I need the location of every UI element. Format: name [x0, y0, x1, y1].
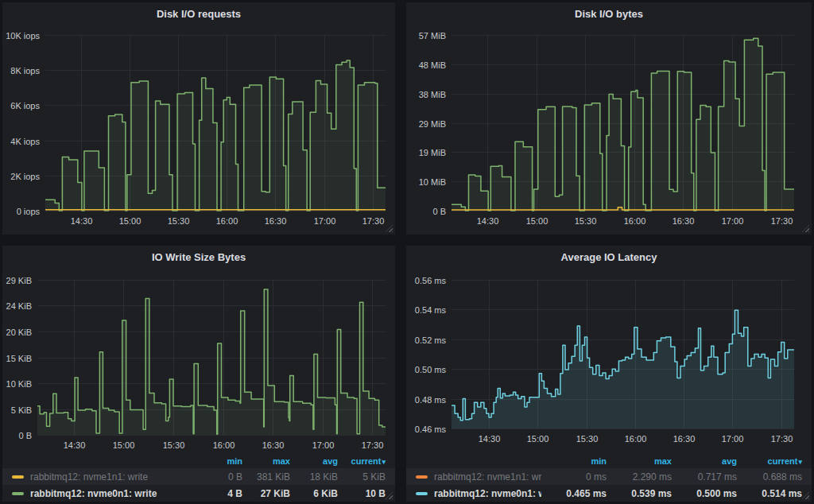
panel-title-average-io-latency[interactable]: Average IO Latency: [406, 246, 812, 268]
svg-text:14:30: 14:30: [479, 434, 501, 444]
svg-text:15:30: 15:30: [575, 216, 597, 226]
legend-sort-min[interactable]: min: [195, 456, 242, 466]
legend-current-value: 5 KiB: [338, 471, 386, 483]
svg-text:2K iops: 2K iops: [10, 172, 40, 181]
svg-text:0 iops: 0 iops: [17, 207, 41, 216]
svg-text:14:30: 14:30: [64, 440, 86, 450]
svg-text:16:30: 16:30: [265, 216, 287, 226]
panel-title-disk-io-requests[interactable]: Disk I/O requests: [2, 2, 395, 25]
disk-io-bytes-chart[interactable]: 14:3015:0015:3016:0016:3017:0017:300 B10…: [406, 25, 812, 235]
svg-text:16:00: 16:00: [213, 440, 235, 450]
svg-text:17:30: 17:30: [362, 440, 384, 450]
legend-sort-current[interactable]: current▾: [338, 456, 386, 466]
series-color-swatch[interactable]: [416, 475, 428, 479]
legend-max-value: 2.290 ms: [607, 471, 672, 483]
svg-text:0.50 ms: 0.50 ms: [415, 365, 447, 374]
svg-text:14:30: 14:30: [71, 216, 93, 226]
legend-header: min max avg current▾: [2, 454, 395, 468]
svg-text:10 KiB: 10 KiB: [6, 379, 32, 389]
legend-sort-max[interactable]: max: [242, 456, 290, 466]
panel-title-disk-io-bytes[interactable]: Disk I/O bytes: [406, 2, 812, 25]
legend-sort-current[interactable]: current▾: [737, 456, 802, 466]
legend-sort-avg[interactable]: avg: [290, 456, 338, 466]
sort-caret-icon: ▾: [798, 458, 802, 466]
legend-max-value: 381 KiB: [242, 471, 290, 483]
legend-current-value: 0.688 ms: [737, 471, 802, 483]
legend-min-value: 0 B: [195, 471, 242, 483]
svg-text:0 B: 0 B: [18, 431, 32, 440]
svg-text:15:00: 15:00: [527, 434, 549, 444]
svg-text:17:30: 17:30: [771, 216, 793, 226]
svg-text:15:00: 15:00: [119, 216, 141, 226]
svg-text:15 KiB: 15 KiB: [6, 354, 32, 363]
series-color-swatch[interactable]: [12, 475, 24, 479]
legend-max-value: 27 KiB: [242, 488, 290, 499]
legend-row-nvme0n1[interactable]: rabbitmq12: nvme0n1: write 0.465 ms 0.53…: [406, 485, 812, 502]
panel-title-io-write-size-bytes[interactable]: IO Write Size Bytes: [2, 246, 395, 268]
legend-min-value: 0.465 ms: [541, 488, 607, 499]
series-label[interactable]: rabbitmq12: nvme0n1: write: [434, 488, 541, 499]
svg-text:0.52 ms: 0.52 ms: [415, 335, 447, 345]
svg-text:15:00: 15:00: [113, 440, 135, 450]
svg-text:10 MiB: 10 MiB: [419, 177, 446, 187]
legend-min-value: 0 ms: [541, 471, 607, 483]
svg-text:17:00: 17:00: [314, 216, 336, 226]
svg-text:17:00: 17:00: [312, 440, 335, 450]
svg-text:17:00: 17:00: [722, 216, 744, 226]
svg-text:4K iops: 4K iops: [10, 137, 40, 146]
io-write-size-bytes-chart[interactable]: 14:3015:0015:3016:0016:3017:0017:300 B5 …: [2, 268, 395, 454]
svg-text:16:30: 16:30: [673, 434, 696, 444]
legend-current-value: 0.514 ms: [737, 488, 802, 499]
legend-sort-avg[interactable]: avg: [672, 456, 737, 466]
svg-text:0.48 ms: 0.48 ms: [415, 395, 447, 405]
legend-row-nvme1n1[interactable]: rabbitmq12: nvme1n1: write 0 B 381 KiB 1…: [2, 468, 395, 485]
legend-current-value: 10 B: [338, 488, 386, 499]
svg-text:29 KiB: 29 KiB: [6, 276, 32, 285]
svg-text:14:30: 14:30: [477, 216, 499, 226]
series-color-swatch[interactable]: [12, 492, 24, 495]
panel-disk-io-requests: Disk I/O requests 14:3015:0015:3016:0016…: [2, 2, 395, 235]
legend-avg-value: 18 KiB: [290, 471, 338, 483]
svg-text:16:00: 16:00: [216, 216, 238, 226]
panel-disk-io-bytes: Disk I/O bytes 14:3015:0015:3016:0016:30…: [406, 2, 812, 235]
legend-sort-max[interactable]: max: [607, 456, 672, 466]
svg-text:0 B: 0 B: [432, 207, 446, 216]
legend-max-value: 0.539 ms: [607, 488, 672, 499]
panel-average-io-latency: Average IO Latency 14:3015:0015:3016:001…: [406, 246, 812, 502]
svg-text:10K iops: 10K iops: [6, 31, 40, 41]
series-color-swatch[interactable]: [416, 492, 428, 495]
legend-row-nvme0n1[interactable]: rabbitmq12: nvme0n1: write 4 B 27 KiB 6 …: [2, 485, 395, 502]
svg-text:29 MiB: 29 MiB: [419, 119, 446, 129]
legend: min max avg current▾ rabbitmq12: nvme1n1…: [406, 454, 812, 502]
sort-caret-icon: ▾: [382, 458, 386, 466]
svg-text:38 MiB: 38 MiB: [419, 90, 446, 99]
legend-avg-value: 6 KiB: [290, 488, 338, 499]
grafana-dashboard: Disk I/O requests 14:3015:0015:3016:0016…: [0, 0, 814, 504]
svg-text:24 KiB: 24 KiB: [6, 301, 32, 311]
legend-avg-value: 0.500 ms: [672, 488, 737, 499]
svg-text:57 MiB: 57 MiB: [419, 31, 446, 41]
svg-text:20 KiB: 20 KiB: [6, 328, 32, 337]
legend-avg-value: 0.717 ms: [672, 471, 737, 483]
svg-text:6K iops: 6K iops: [10, 101, 40, 110]
svg-text:17:30: 17:30: [771, 434, 793, 444]
svg-text:15:00: 15:00: [526, 216, 548, 226]
svg-text:5 KiB: 5 KiB: [11, 405, 32, 415]
svg-text:16:30: 16:30: [673, 216, 695, 226]
legend-row-nvme1n1[interactable]: rabbitmq12: nvme1n1: write 0 ms 2.290 ms…: [406, 468, 812, 485]
svg-text:15:30: 15:30: [163, 440, 185, 450]
legend: min max avg current▾ rabbitmq12: nvme1n1…: [2, 454, 395, 502]
average-io-latency-chart[interactable]: 14:3015:0015:3016:0016:3017:0017:300.46 …: [406, 268, 812, 454]
legend-header: min max avg current▾: [406, 454, 812, 468]
legend-min-value: 4 B: [195, 488, 242, 499]
legend-sort-min[interactable]: min: [541, 456, 607, 466]
disk-io-requests-chart[interactable]: 14:3015:0015:3016:0016:3017:0017:300 iop…: [2, 25, 395, 235]
svg-text:15:30: 15:30: [576, 434, 599, 444]
series-label[interactable]: rabbitmq12: nvme1n1: write: [30, 471, 195, 483]
series-label[interactable]: rabbitmq12: nvme1n1: write: [434, 471, 541, 483]
svg-text:0.54 ms: 0.54 ms: [415, 305, 447, 315]
svg-text:0.56 ms: 0.56 ms: [415, 276, 447, 285]
svg-text:8K iops: 8K iops: [10, 66, 40, 76]
svg-text:0.46 ms: 0.46 ms: [415, 425, 447, 434]
series-label[interactable]: rabbitmq12: nvme0n1: write: [30, 488, 195, 499]
